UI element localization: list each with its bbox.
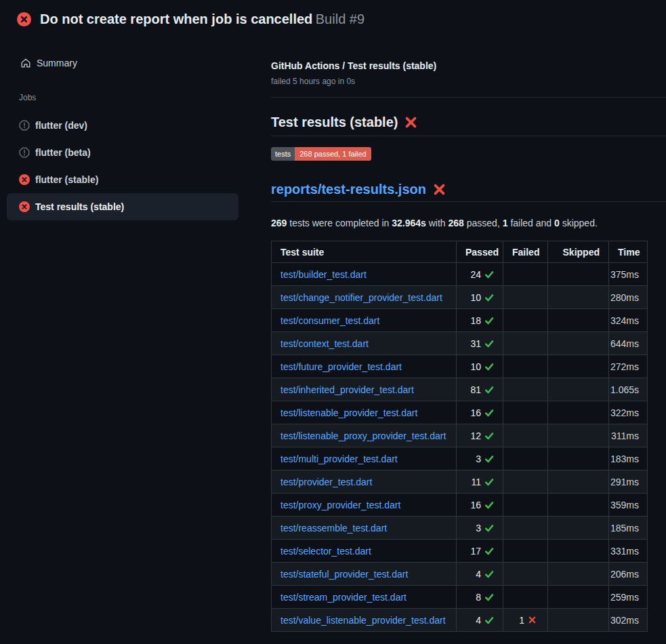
suite-cell: test/value_listenable_provider_test.dart [272, 609, 457, 632]
failed-cell [503, 586, 548, 609]
jobs-list: flutter (dev) flutter (beta) flutter (st… [0, 112, 264, 220]
suite-link[interactable]: test/future_provider_test.dart [280, 361, 402, 372]
test-results-table: Test suite Passed Failed Skipped Time te… [271, 241, 648, 632]
section-title: Test results (stable) [271, 113, 666, 136]
suite-link[interactable]: test/selector_test.dart [280, 546, 371, 557]
sidebar-item-flutter-beta[interactable]: flutter (beta) [7, 139, 238, 166]
suite-link[interactable]: test/proxy_provider_test.dart [280, 500, 400, 510]
sidebar: Summary Jobs flutter (dev) flutter (beta… [0, 51, 264, 220]
build-header: Do not create report when job is cancell… [0, 0, 666, 38]
suite-cell: test/inherited_provider_test.dart [272, 378, 457, 401]
report-link[interactable]: reports/test-results.json [271, 180, 426, 199]
badge-value: 268 passed, 1 failed [295, 147, 371, 161]
suite-cell: test/builder_test.dart [272, 263, 457, 286]
sidebar-item-flutter-stable[interactable]: flutter (stable) [7, 166, 238, 193]
passed-count: 268 [449, 218, 464, 228]
time-cell: 280ms [609, 286, 648, 309]
suite-link[interactable]: test/listenable_proxy_provider_test.dart [280, 430, 446, 441]
check-icon [484, 454, 494, 464]
build-number: Build #9 [316, 12, 365, 26]
table-row: test/listenable_provider_test.dart 16 32… [272, 401, 648, 424]
divider [271, 97, 666, 98]
sidebar-item-flutter-dev[interactable]: flutter (dev) [7, 112, 238, 139]
suite-cell: test/selector_test.dart [272, 540, 457, 563]
passed-cell: 4 [457, 563, 503, 586]
skipped-cell [548, 309, 609, 332]
suite-cell: test/stream_provider_test.dart [272, 586, 457, 609]
home-icon [20, 58, 31, 68]
main-content: GitHub Actions / Test results (stable) f… [271, 59, 666, 632]
suite-link[interactable]: test/stateful_provider_test.dart [280, 569, 408, 580]
failed-cell: 1 [503, 609, 548, 632]
suite-cell: test/consumer_test.dart [272, 309, 457, 332]
skipped-cell [548, 494, 609, 517]
table-row: test/consumer_test.dart 18 324ms [272, 309, 648, 332]
failed-cell [503, 470, 548, 494]
passed-cell: 81 [457, 378, 503, 401]
failed-icon [19, 201, 30, 212]
passed-cell: 31 [457, 332, 503, 355]
table-row: test/change_notifier_provider_test.dart … [272, 286, 648, 309]
suite-link[interactable]: test/listenable_provider_test.dart [280, 407, 417, 418]
failed-cell [503, 517, 548, 540]
suite-link[interactable]: test/change_notifier_provider_test.dart [280, 292, 442, 303]
sidebar-item-summary[interactable]: Summary [0, 51, 264, 75]
suite-link[interactable]: test/value_listenable_provider_test.dart [280, 615, 446, 626]
failed-cell [503, 563, 548, 586]
passed-cell: 17 [457, 540, 503, 563]
table-row: test/builder_test.dart 24 375ms [272, 263, 648, 286]
check-icon [484, 408, 494, 418]
passed-cell: 18 [457, 309, 503, 332]
tests-badge: tests 268 passed, 1 failed [271, 147, 371, 161]
suite-link[interactable]: test/inherited_provider_test.dart [280, 384, 414, 395]
badge-label: tests [271, 147, 295, 161]
failed-cell [503, 309, 548, 332]
failed-cell [503, 355, 548, 378]
suite-cell: test/proxy_provider_test.dart [272, 494, 457, 517]
check-icon [484, 592, 494, 602]
suite-link[interactable]: test/context_test.dart [280, 338, 369, 349]
failed-cell [503, 401, 548, 424]
build-title: Do not create report when job is cancell… [40, 12, 312, 26]
time-cell: 183ms [609, 447, 648, 470]
passed-cell: 11 [457, 470, 503, 494]
skipped-count: 0 [554, 218, 560, 228]
check-icon [484, 616, 494, 625]
suite-link[interactable]: test/reassemble_test.dart [280, 523, 387, 534]
check-icon [484, 500, 494, 510]
column-test-suite: Test suite [272, 241, 457, 263]
time-cell: 291ms [609, 470, 648, 494]
skipped-cell [548, 563, 609, 586]
time-cell: 359ms [609, 494, 648, 517]
table-row: test/inherited_provider_test.dart 81 1.0… [272, 378, 648, 401]
table-row: test/selector_test.dart 17 331ms [272, 540, 648, 563]
sidebar-item-test-results-stable[interactable]: Test results (stable) [7, 193, 238, 220]
passed-cell: 16 [457, 401, 503, 424]
suite-link[interactable]: test/stream_provider_test.dart [280, 592, 407, 603]
failed-cell [503, 332, 548, 355]
report-title: reports/test-results.json [271, 180, 666, 202]
suite-cell: test/reassemble_test.dart [272, 517, 457, 540]
job-label: flutter (beta) [35, 147, 91, 158]
column-time: Time [609, 241, 648, 263]
skipped-cell [548, 332, 609, 355]
failed-cell [503, 447, 548, 470]
column-skipped: Skipped [548, 241, 609, 263]
check-icon [484, 523, 494, 533]
passed-cell: 10 [457, 286, 503, 309]
suite-link[interactable]: test/consumer_test.dart [280, 315, 379, 326]
check-icon [484, 477, 494, 487]
failed-x-icon [433, 183, 446, 196]
suite-link[interactable]: test/provider_test.dart [280, 477, 372, 487]
suite-link[interactable]: test/multi_provider_test.dart [280, 454, 398, 464]
table-row: test/value_listenable_provider_test.dart… [272, 609, 648, 632]
x-icon [528, 616, 537, 624]
suite-link[interactable]: test/builder_test.dart [280, 269, 367, 280]
cancelled-icon [19, 120, 30, 131]
time-cell: 331ms [609, 540, 648, 563]
skipped-cell [548, 517, 609, 540]
skipped-cell [548, 540, 609, 563]
column-passed: Passed [457, 241, 503, 263]
table-row: test/proxy_provider_test.dart 16 359ms [272, 494, 648, 517]
suite-cell: test/stateful_provider_test.dart [272, 563, 457, 586]
